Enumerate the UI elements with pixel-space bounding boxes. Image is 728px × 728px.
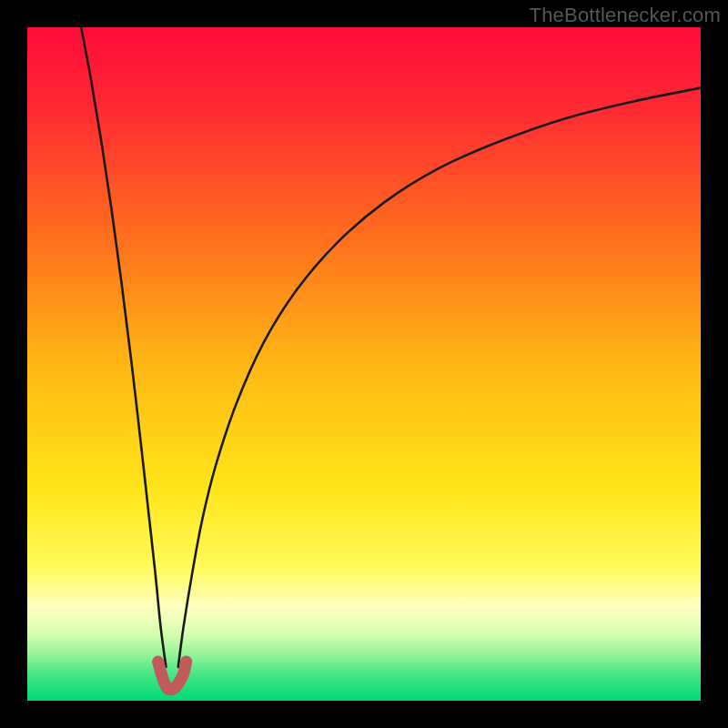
curve-left-branch bbox=[81, 27, 166, 667]
curves-layer bbox=[27, 27, 701, 701]
watermark-text: TheBottlenecker.com bbox=[530, 4, 721, 27]
notch-curve bbox=[158, 662, 187, 690]
curve-right-branch bbox=[178, 88, 701, 667]
plot-area bbox=[27, 27, 701, 701]
chart-stage: TheBottlenecker.com bbox=[0, 0, 728, 728]
